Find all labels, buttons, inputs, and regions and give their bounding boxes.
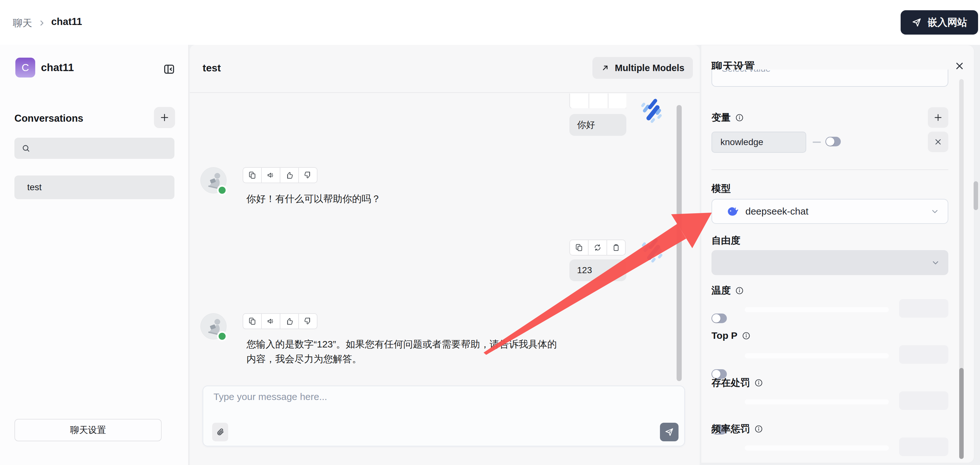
chat-settings-panel: 聊天设置 Select value 变量 knowledge <box>701 45 974 463</box>
app-avatar-letter: C <box>21 62 29 74</box>
close-icon[interactable] <box>954 61 965 72</box>
paper-plane-icon <box>664 427 674 437</box>
regenerate-icon[interactable] <box>588 240 607 256</box>
variables-label-text: 变量 <box>711 111 731 124</box>
info-icon[interactable] <box>735 113 744 122</box>
user-message-bubble: 你好 <box>570 114 626 136</box>
param-label-presence-penalty: 存在处罚 <box>711 376 763 389</box>
collapse-sidebar-icon[interactable] <box>162 63 175 76</box>
presence-penalty-slider[interactable] <box>745 399 889 404</box>
thumbs-down-icon[interactable] <box>298 167 318 183</box>
info-icon[interactable] <box>735 286 744 295</box>
app-root: 聊天 chat11 嵌入网站 C chat11 Conversations <box>0 0 980 465</box>
chat-panel: test Multiple Models 你好 <box>190 45 700 465</box>
breadcrumb-separator-icon <box>38 19 46 27</box>
embed-website-button[interactable]: 嵌入网站 <box>900 10 978 35</box>
assistant-message-toolbar <box>243 313 318 329</box>
delete-icon[interactable] <box>608 94 626 108</box>
variable-name-value: knowledge <box>721 137 763 147</box>
frequency-penalty-slider[interactable] <box>745 446 889 451</box>
app-avatar: C <box>15 57 35 78</box>
model-select-value: deepseek-chat <box>745 206 808 217</box>
message-input-container <box>203 385 685 446</box>
delete-icon[interactable] <box>606 240 626 256</box>
user-message-text: 你好 <box>577 119 595 131</box>
info-icon[interactable] <box>742 331 751 340</box>
copy-icon[interactable] <box>243 167 262 183</box>
conversation-search-input[interactable] <box>14 138 174 159</box>
presence-penalty-value-box[interactable] <box>899 391 948 410</box>
conversations-title: Conversations <box>14 113 83 124</box>
plus-icon <box>933 112 943 123</box>
user-message-text: 123 <box>577 265 592 275</box>
message-input[interactable] <box>213 391 656 424</box>
arrow-up-right-icon <box>601 64 610 72</box>
variables-label: 变量 <box>711 111 744 124</box>
conversation-item-title: test <box>27 182 41 193</box>
clipped-select[interactable]: Select value <box>711 70 948 88</box>
chat-header-divider <box>190 92 700 93</box>
search-icon <box>21 144 30 153</box>
embed-website-label: 嵌入网站 <box>928 16 967 29</box>
multiple-models-button[interactable]: Multiple Models <box>592 57 693 79</box>
speaker-icon[interactable] <box>261 313 280 329</box>
thumbs-up-icon[interactable] <box>280 313 299 329</box>
top-p-slider[interactable] <box>745 353 889 358</box>
sidebar: C chat11 Conversations test 聊天设置 <box>0 45 189 465</box>
paper-plane-icon <box>912 17 922 27</box>
window-scrollbar-thumb[interactable] <box>974 181 978 210</box>
copy-icon[interactable] <box>570 240 589 256</box>
copy-icon[interactable] <box>570 94 589 108</box>
attach-file-button[interactable] <box>212 423 228 441</box>
assistant-message-text: 你好！有什么可以帮助你的吗？ <box>247 191 381 206</box>
freedom-select[interactable] <box>711 250 948 275</box>
clipped-select-placeholder: Select value <box>722 70 771 74</box>
variable-toggle[interactable] <box>826 137 841 147</box>
remove-variable-button[interactable] <box>928 132 948 152</box>
param-label-text: 频率惩罚 <box>711 422 750 436</box>
model-select[interactable]: deepseek-chat <box>711 199 948 224</box>
x-icon <box>934 137 943 147</box>
speaker-icon[interactable] <box>261 167 280 183</box>
thumbs-up-icon[interactable] <box>280 167 299 183</box>
user-message-toolbar <box>570 240 626 256</box>
breadcrumb-section[interactable]: 聊天 <box>13 17 32 30</box>
temperature-toggle[interactable] <box>711 314 727 323</box>
online-status-dot <box>217 185 227 195</box>
add-variable-button[interactable] <box>928 107 948 128</box>
param-label-temperature: 温度 <box>711 284 744 297</box>
paperclip-icon <box>216 428 225 436</box>
online-status-dot <box>217 331 227 341</box>
freedom-label: 自由度 <box>711 234 740 247</box>
chat-settings-button[interactable]: 聊天设置 <box>14 419 162 441</box>
info-icon[interactable] <box>754 425 763 433</box>
param-label-text: 存在处罚 <box>711 376 750 389</box>
model-label: 模型 <box>711 182 731 195</box>
param-label-text: 温度 <box>711 284 731 297</box>
breadcrumb-current: chat11 <box>51 16 82 27</box>
send-message-button[interactable] <box>660 423 679 441</box>
chat-title: test <box>203 62 221 74</box>
settings-scrollbar-thumb[interactable] <box>959 368 964 459</box>
thumbs-down-icon[interactable] <box>298 313 318 329</box>
variable-dash <box>813 142 821 143</box>
copy-icon[interactable] <box>243 313 262 329</box>
new-conversation-button[interactable] <box>154 107 175 128</box>
assistant-message-toolbar <box>243 167 318 183</box>
top-p-value-box[interactable] <box>899 345 948 364</box>
plus-icon <box>159 112 170 123</box>
variable-name-input[interactable]: knowledge <box>711 132 806 153</box>
app-name: chat11 <box>41 62 74 74</box>
param-label-frequency-penalty: 频率惩罚 <box>711 422 763 436</box>
settings-divider <box>711 169 948 170</box>
chat-scrollbar[interactable] <box>676 105 682 381</box>
temperature-slider[interactable] <box>745 307 889 312</box>
param-label-top-p: Top P <box>711 330 751 341</box>
user-message-toolbar-clipped <box>570 94 626 108</box>
multiple-models-label: Multiple Models <box>615 63 684 73</box>
frequency-penalty-value-box[interactable] <box>899 438 948 456</box>
info-icon[interactable] <box>754 379 763 387</box>
regenerate-icon[interactable] <box>589 94 608 108</box>
temperature-value-box[interactable] <box>899 299 948 318</box>
conversation-list-item[interactable]: test <box>14 175 174 199</box>
